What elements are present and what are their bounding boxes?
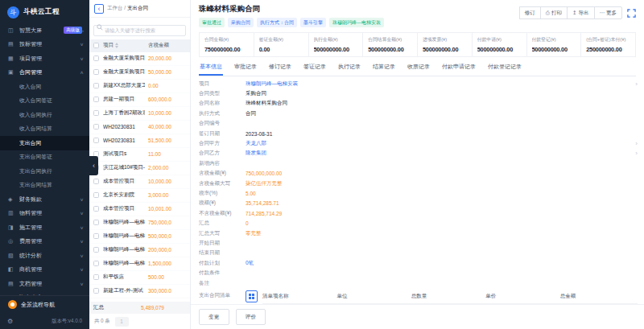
table-row[interactable]: 滨江花城10#项目-... 2,000.00	[89, 162, 190, 175]
item-grid-icon[interactable]	[246, 290, 258, 302]
tab[interactable]: 结算记录	[372, 59, 396, 76]
tab[interactable]: 审批记录	[233, 59, 258, 76]
summary-amount: 5,489,079	[141, 305, 186, 310]
footer-button[interactable]: 评价	[236, 309, 266, 325]
table-row[interactable]: 金融大厦采购项目 20,000.00	[89, 52, 190, 66]
action-button[interactable]: ↥ 导出	[567, 6, 594, 19]
table-row[interactable]: WH20230831 51,500.00	[89, 134, 190, 148]
table-row[interactable]: 房建一期项目 600,000.0	[89, 93, 190, 107]
row-checkbox[interactable]	[93, 179, 99, 184]
table-row[interactable]: 珠穆朗玛峰—电梯... 750,000,0	[89, 216, 190, 230]
sidebar-item[interactable]: 支出合同执行	[0, 164, 89, 179]
gear-icon[interactable]: ⚙	[7, 318, 13, 325]
pagination-page-button[interactable]: 1	[115, 317, 129, 327]
sidebar-item[interactable]: ◫ 智慧大屏 高级版 ›	[0, 23, 89, 38]
row-checkbox[interactable]	[93, 110, 99, 116]
action-button-label: 导出	[579, 10, 589, 17]
row-checkbox[interactable]	[93, 138, 99, 143]
tab[interactable]: 收票记录	[407, 59, 431, 76]
field-label: 执行方式	[199, 110, 246, 117]
row-checkbox[interactable]	[93, 56, 99, 61]
sort-icon[interactable]	[115, 43, 118, 48]
sidebar-item[interactable]: 收入合同签证	[0, 94, 89, 109]
action-button-label: 更多	[606, 10, 617, 17]
action-button[interactable]: ⎙ 打印	[540, 6, 568, 19]
sidebar-collapse-handle[interactable]: ‹	[89, 156, 98, 175]
table-row[interactable]: 珠穆朗玛峰—电梯... 500,000,0	[89, 230, 190, 244]
tab[interactable]: 基本信息	[199, 59, 223, 76]
breadcrumb-root[interactable]: 工作台	[107, 5, 123, 10]
row-checkbox[interactable]	[93, 124, 99, 130]
sidebar-item[interactable]: ▧ 统计分析 ∨	[0, 249, 89, 263]
tab[interactable]: 修订记录	[268, 59, 292, 76]
sidebar-item[interactable]: ◈ 财务账款 ∨	[0, 192, 89, 207]
row-checkbox[interactable]	[93, 220, 99, 225]
sidebar-item[interactable]: 收入合同结算	[0, 122, 89, 137]
row-checkbox[interactable]	[93, 288, 99, 294]
panorama-nav-button[interactable]: 全景流程导航	[0, 296, 89, 313]
action-button[interactable]: ⋯ 更多	[594, 6, 623, 19]
sidebar-item[interactable]: ▦ 项目管理 ∨	[0, 51, 89, 66]
row-checkbox[interactable]	[93, 206, 99, 212]
fullscreen-icon[interactable]	[627, 9, 636, 18]
row-checkbox[interactable]	[93, 274, 99, 280]
row-checkbox[interactable]	[93, 233, 99, 239]
chevron-icon: ∨	[80, 282, 84, 286]
sidebar-item[interactable]: ◧ 商机管理 ∨	[0, 263, 89, 278]
search-input[interactable]	[93, 25, 186, 36]
table-row[interactable]: 珠穆朗玛峰—电梯... 200,000,0	[89, 244, 190, 257]
app-logo[interactable]: 斗 斗栱云工程	[0, 2, 89, 22]
field-label: 不含税金额(¥)	[199, 210, 246, 217]
row-amount: 1,500,000	[148, 261, 186, 266]
select-all-checkbox[interactable]	[93, 43, 99, 48]
table-row[interactable]: 测试项目s 11.00	[89, 148, 190, 162]
row-checkbox[interactable]	[93, 97, 99, 102]
tab[interactable]: 执行记录	[337, 59, 361, 76]
sidebar-item-label: 商机管理	[19, 265, 80, 273]
sidebar-item[interactable]: 支出合同结算	[0, 179, 89, 193]
table-row[interactable]: WH20230831 40,000.00	[89, 121, 190, 134]
action-button[interactable]: 修订	[519, 6, 541, 19]
field-value: 采购合同	[246, 90, 638, 97]
table-row[interactable]: 上海丁香园2期改造... 10,000.00	[89, 107, 190, 121]
chevron-right-icon[interactable]: ›	[635, 140, 638, 147]
tab[interactable]: 付款申请记录	[441, 59, 477, 76]
tab[interactable]: 签证记录	[303, 59, 327, 76]
table-row[interactable]: 和平饭店 500.00	[89, 271, 190, 285]
sidebar-item-label: 支出合同结算	[19, 181, 84, 189]
row-checkbox[interactable]	[93, 83, 99, 88]
row-checkbox[interactable]	[93, 261, 99, 266]
sidebar-item[interactable]: ◨ 施工管理 ∨	[0, 220, 89, 235]
sidebar-item[interactable]: ▥ 物料管理 ∨	[0, 207, 89, 221]
table-row[interactable]: 北京长安剧院 3,000.00	[89, 189, 190, 203]
sidebar-item[interactable]: ▤ 投标管理 ∨	[0, 38, 89, 52]
sidebar-item[interactable]: ◎ 费用管理 ∨	[0, 235, 89, 249]
tab[interactable]: 付款登记记录	[487, 59, 522, 76]
row-project-name: 上海丁香园2期改造...	[103, 109, 145, 117]
chevron-right-icon[interactable]: ›	[635, 80, 638, 88]
sidebar-item[interactable]: 支出合同签证	[0, 150, 89, 165]
table-row[interactable]: 珠穆朗玛峰—电梯... 1,500,000	[89, 257, 190, 271]
table-row[interactable]: 成本管控项目 10,000.00	[89, 175, 190, 189]
footer-button[interactable]: 变更	[199, 309, 229, 325]
sidebar-item[interactable]: 收入合同执行	[0, 108, 89, 122]
sidebar-item[interactable]: ▤ 文档管理 ∨	[0, 277, 89, 291]
stat-value: 500000000.00	[477, 46, 522, 53]
sidebar-item[interactable]: ▣ 合同管理 ∧	[0, 66, 89, 80]
sidebar-item[interactable]: 收入合同	[0, 80, 89, 94]
sidebar-item[interactable]: 支出合同	[0, 136, 89, 150]
table-row[interactable]: 新建XX总部大厦工... 0.00	[89, 80, 190, 93]
row-checkbox[interactable]	[93, 247, 99, 253]
chevron-right-icon[interactable]: ›	[635, 150, 638, 157]
table-row[interactable]: 金融大厦采购项目 50,000.00	[89, 66, 190, 80]
sidebar-item-label: 施工管理	[19, 224, 80, 232]
row-checkbox[interactable]	[93, 192, 99, 198]
back-button[interactable]: ‹	[94, 4, 104, 14]
row-project-name: 金融大厦采购项目	[103, 68, 145, 76]
table-row[interactable]: 成本管控项目 10,001.00	[89, 203, 190, 216]
items-column-header: 总金额	[560, 293, 634, 300]
row-checkbox[interactable]	[93, 69, 99, 75]
table-row[interactable]: 新建工程-外-测试 300,000.0	[89, 285, 190, 298]
column-header-project[interactable]: 项目	[103, 42, 145, 49]
chevron-icon: ∨	[80, 42, 84, 47]
